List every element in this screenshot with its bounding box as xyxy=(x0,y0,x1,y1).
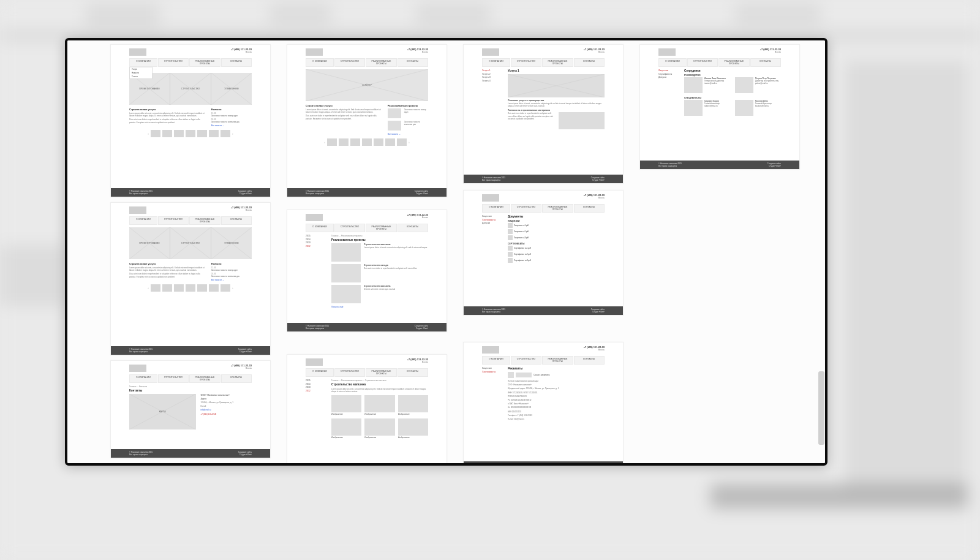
sidebar-item[interactable]: 2015 xyxy=(306,235,326,237)
nav-projects[interactable]: РЕАЛИЗОВАННЫЕ ПРОЕКТЫ xyxy=(542,204,573,213)
nav-about[interactable]: О КОМПАНИИ xyxy=(482,58,510,67)
carousel-prev-icon[interactable]: ‹ xyxy=(324,140,325,144)
frame-staff[interactable]: +7 (495) 111-22-33Москва О КОМПАНИИ СТРО… xyxy=(639,44,800,170)
nav-projects[interactable]: РЕАЛИЗОВАННЫЕ ПРОЕКТЫ xyxy=(718,58,749,67)
nav-contacts[interactable]: КОНТАКТЫ xyxy=(221,216,252,225)
sidebar-item[interactable]: Допуски xyxy=(482,222,503,224)
nav-contacts[interactable]: КОНТАКТЫ xyxy=(398,58,428,67)
nav-build[interactable]: СТРОИТЕЛЬСТВО xyxy=(334,58,365,67)
carousel-prev-icon[interactable]: ‹ xyxy=(148,132,149,135)
project-item[interactable]: Заголовок новости компании два xyxy=(388,121,428,131)
nav-build[interactable]: СТРОИТЕЛЬСТВО xyxy=(511,204,541,213)
frame-requisites[interactable]: +7 (495) 111-22-33Москва О КОМПАНИИ СТРО… xyxy=(463,342,624,463)
nav-projects[interactable]: РЕАЛИЗОВАННЫЕ ПРОЕКТЫ xyxy=(542,356,573,365)
sidebar-item[interactable]: Услуга 4 xyxy=(482,80,503,82)
carousel-item[interactable] xyxy=(174,284,184,292)
sidebar-item[interactable]: Услуга 3 xyxy=(482,76,503,78)
all-news-link[interactable]: Все новости → xyxy=(211,279,252,281)
document-item[interactable]: Лицензия №3.pdf xyxy=(508,235,605,240)
sidebar-item[interactable]: Услуга 2 xyxy=(482,73,503,75)
nav-projects[interactable]: РЕАЛИЗОВАННЫЕ ПРОЕКТЫ xyxy=(189,216,220,225)
carousel-item[interactable] xyxy=(209,130,219,137)
frame-home-tri[interactable]: +7 (495) 111-22-33Москва О КОМПАНИИ СТРО… xyxy=(110,202,271,355)
sidebar-item[interactable]: Сертификаты xyxy=(658,73,679,75)
frame-projects-list[interactable]: +7 (495) 111-22-33Москва О КОМПАНИИ СТРО… xyxy=(287,210,447,332)
carousel-item[interactable] xyxy=(339,138,349,146)
nav-contacts[interactable]: КОНТАКТЫ xyxy=(574,356,605,365)
project-row[interactable]: Строительство складаDuis aute irure dolo… xyxy=(331,264,428,282)
map-placeholder[interactable]: КАРТА xyxy=(129,394,196,429)
dropdown-item[interactable]: Статьи xyxy=(130,75,152,78)
carousel-item[interactable] xyxy=(174,130,184,137)
gallery-item[interactable]: Изображение xyxy=(331,418,361,439)
carousel-prev-icon[interactable]: ‹ xyxy=(148,286,149,290)
hero-slider[interactable]: СЛАЙДЕР xyxy=(306,69,428,101)
nav-build[interactable]: СТРОИТЕЛЬСТВО xyxy=(158,374,189,383)
news-item[interactable]: 12.06Заголовок новости номер один xyxy=(211,267,252,271)
all-link[interactable]: Все новости → xyxy=(388,133,428,135)
sidebar-item[interactable]: 2013 xyxy=(306,241,326,244)
gallery-item[interactable]: Изображение xyxy=(364,395,394,415)
nav-about[interactable]: О КОМПАНИИ xyxy=(129,58,157,67)
frame-contacts[interactable]: +7 (495) 111-22-33Москва О КОМПАНИИ СТРО… xyxy=(110,360,271,458)
gallery-item[interactable]: Изображение xyxy=(364,418,394,439)
carousel-item[interactable] xyxy=(397,138,407,146)
nav-contacts[interactable]: КОНТАКТЫ xyxy=(574,204,605,213)
carousel-item[interactable] xyxy=(350,138,360,146)
carousel-next-icon[interactable]: › xyxy=(232,132,233,135)
vertical-scrollbar[interactable] xyxy=(818,371,824,445)
nav-contacts[interactable]: КОНТАКТЫ xyxy=(398,368,428,377)
news-item[interactable]: 12.06Заголовок новости номер один xyxy=(211,112,252,117)
carousel-next-icon[interactable]: › xyxy=(409,140,410,144)
all-news-link[interactable]: Все новости → xyxy=(211,124,252,127)
document-item[interactable]: Сертификат №3.pdf xyxy=(508,258,605,263)
project-row[interactable]: Строительство магазинаLorem ipsum dolor … xyxy=(331,243,428,262)
nav-contacts[interactable]: КОНТАКТЫ xyxy=(398,224,428,232)
sidebar-item[interactable]: Сертификаты xyxy=(482,371,503,373)
news-item[interactable]: 05.06Заголовок новости компании два xyxy=(211,118,252,123)
carousel-item[interactable] xyxy=(385,138,395,146)
frame-documents[interactable]: +7 (495) 111-22-33Москва О КОМПАНИИ СТРО… xyxy=(463,190,624,316)
nav-about[interactable]: О КОМПАНИИ xyxy=(306,224,334,232)
sidebar-item[interactable]: 2013 xyxy=(306,386,326,388)
sidebar-item[interactable]: Лицензии xyxy=(482,367,503,369)
carousel-item[interactable] xyxy=(162,284,172,292)
nav-projects[interactable]: РЕАЛИЗОВАННЫЕ ПРОЕКТЫ xyxy=(189,58,220,67)
nav-about[interactable]: О КОМПАНИИ xyxy=(129,374,157,383)
nav-about[interactable]: О КОМПАНИИ xyxy=(306,58,334,67)
gallery-item[interactable]: Изображение xyxy=(398,395,428,415)
nav-build[interactable]: СТРОИТЕЛЬСТВО xyxy=(511,356,541,365)
nav-projects[interactable]: РЕАЛИЗОВАННЫЕ ПРОЕКТЫ xyxy=(542,58,573,67)
gallery-item[interactable]: Изображение xyxy=(331,395,361,415)
gallery-item[interactable]: Изображение xyxy=(398,418,428,439)
nav-about[interactable]: О КОМПАНИИ xyxy=(129,216,157,225)
document-item[interactable]: Лицензия №2.pdf xyxy=(508,229,605,234)
carousel-item[interactable] xyxy=(197,130,207,137)
nav-about[interactable]: О КОМПАНИИ xyxy=(482,356,510,365)
nav-about[interactable]: О КОМПАНИИ xyxy=(658,58,687,67)
nav-build[interactable]: СТРОИТЕЛЬСТВО xyxy=(334,368,365,377)
sidebar-item[interactable]: 2012 xyxy=(306,390,326,392)
carousel-item[interactable] xyxy=(197,284,207,292)
carousel-item[interactable] xyxy=(209,284,219,292)
nav-build[interactable]: СТРОИТЕЛЬСТВО xyxy=(687,58,718,67)
email-link[interactable]: info@mail.ru xyxy=(201,409,252,411)
carousel-item[interactable] xyxy=(327,138,337,146)
frame-project-detail[interactable]: +7 (495) 111-22-33Москва О КОМПАНИИ СТРО… xyxy=(287,354,447,463)
frame-home-dropdown[interactable]: +7 (495) 111-22-33Москва О КОМПАНИИ СТРО… xyxy=(110,44,271,197)
carousel-item[interactable] xyxy=(221,130,230,137)
nav-projects[interactable]: РЕАЛИЗОВАННЫЕ ПРОЕКТЫ xyxy=(366,224,396,232)
project-row[interactable]: Строительство магазинаUt enim ad minim v… xyxy=(331,285,428,303)
show-more-link[interactable]: Показать ещё xyxy=(331,306,428,308)
nav-projects[interactable]: РЕАЛИЗОВАННЫЕ ПРОЕКТЫ xyxy=(366,58,396,67)
nav-contacts[interactable]: КОНТАКТЫ xyxy=(221,58,252,67)
carousel-item[interactable] xyxy=(186,130,195,137)
sidebar-item[interactable]: 2014 xyxy=(306,383,326,385)
frame-home-slider[interactable]: +7 (495) 111-22-33Москва О КОМПАНИИ СТРО… xyxy=(287,44,447,197)
nav-about[interactable]: О КОМПАНИИ xyxy=(482,204,510,213)
sidebar-item[interactable]: Лицензии xyxy=(482,215,503,218)
sidebar-item[interactable]: 2015 xyxy=(306,379,326,382)
download-row[interactable]: Скачать реквизиты xyxy=(508,372,605,378)
nav-about[interactable]: О КОМПАНИИ xyxy=(306,368,334,377)
frame-service[interactable]: +7 (495) 111-22-33Москва О КОМПАНИИ СТРО… xyxy=(463,44,624,184)
